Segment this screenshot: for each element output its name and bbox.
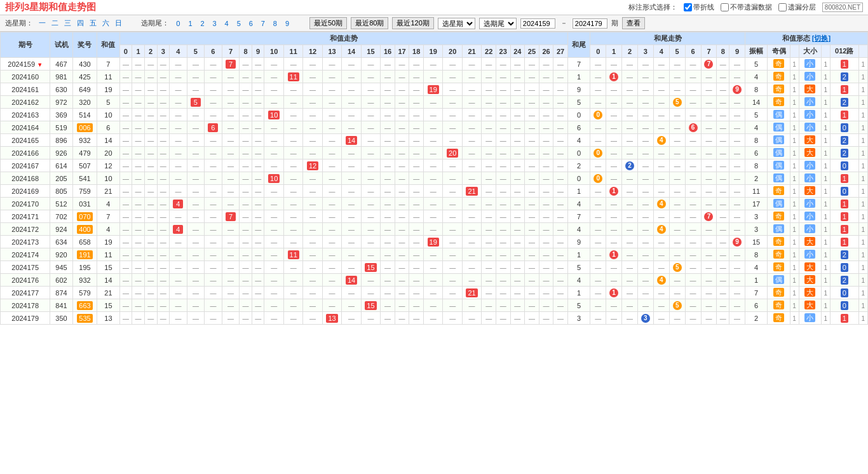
tail-9[interactable]: 9: [282, 19, 292, 28]
hz-trend-5: —: [187, 185, 205, 198]
tail-5[interactable]: 5: [234, 19, 244, 28]
switch-link[interactable]: [切换]: [812, 34, 831, 42]
hz-trend-12: —: [303, 147, 322, 159]
hz-trend-23: —: [496, 223, 510, 236]
hz-trend-5: —: [187, 299, 205, 312]
hz-trend-13: —: [322, 71, 341, 83]
btn-view[interactable]: 查看: [622, 17, 645, 29]
week-wed[interactable]: 三: [62, 18, 73, 29]
hz-0: 0: [119, 45, 132, 58]
select-week[interactable]: 选星期: [438, 18, 475, 29]
cell-daxiao-n: 1: [821, 159, 830, 172]
hz-trend-12: —: [303, 134, 322, 147]
week-fri[interactable]: 五: [88, 18, 98, 29]
hz-trend-6: —: [205, 58, 222, 71]
hz-trend-27: —: [553, 83, 568, 96]
hz-trend-16: —: [381, 134, 395, 147]
hw-trend-5: —: [669, 185, 685, 198]
cell-jioou-n: 1: [790, 83, 799, 96]
checkbox-no-missing[interactable]: 不带遗漏数据: [721, 3, 772, 12]
week-sun[interactable]: 日: [113, 18, 124, 29]
tail-0[interactable]: 0: [173, 19, 183, 28]
hz-trend-14: —: [342, 96, 361, 109]
tail-2[interactable]: 2: [198, 19, 208, 28]
hz-trend-8: —: [240, 71, 252, 83]
cell-qihao: 2024177: [1, 287, 50, 299]
hz-trend-9: —: [252, 134, 264, 147]
tail-3[interactable]: 3: [210, 19, 220, 28]
btn-recent80[interactable]: 最近80期: [351, 17, 388, 29]
hw-trend-6: —: [685, 134, 701, 147]
hw-trend-1: —: [606, 134, 622, 147]
tail-4[interactable]: 4: [222, 19, 232, 28]
week-thu[interactable]: 四: [75, 18, 86, 29]
tail-6[interactable]: 6: [246, 19, 256, 28]
hw-trend-7: —: [701, 223, 717, 236]
cell-qihao: 2024172: [1, 223, 50, 236]
cell-lu-n: 1: [858, 274, 867, 287]
hw-trend-7: —: [701, 312, 717, 325]
hw-trend-3: —: [637, 274, 653, 287]
hz-trend-2: —: [144, 299, 157, 312]
hz-trend-9: —: [252, 159, 264, 172]
hz-trend-26: —: [539, 287, 553, 299]
hz-trend-14: —: [342, 185, 361, 198]
checkbox-missing-layer[interactable]: 遗漏分层: [778, 3, 816, 12]
hz-trend-11: —: [283, 121, 302, 134]
hw-trend-5: —: [669, 248, 685, 261]
hz-trend-19: —: [423, 185, 442, 198]
hz-22: 22: [482, 45, 496, 58]
hz-trend-4: —: [170, 312, 187, 325]
th-hezhi-trend: 和值走势: [119, 32, 567, 45]
period-from-input[interactable]: [520, 18, 555, 29]
hz-trend-6: —: [205, 248, 222, 261]
table-row: 2024164 519 006 6 ——————6———————————————…: [1, 121, 868, 134]
hw-trend-3: —: [637, 121, 653, 134]
cell-jioou-n: 1: [790, 159, 799, 172]
cell-shiji: 805: [50, 185, 72, 198]
hz-trend-0: —: [119, 210, 132, 223]
cell-hezhi: 15: [97, 299, 119, 312]
hz-trend-26: —: [539, 58, 553, 71]
cell-lu-n: 1: [858, 248, 867, 261]
hz-trend-0: —: [119, 159, 132, 172]
hz-trend-20: —: [443, 134, 462, 147]
hz-trend-3: —: [157, 147, 170, 159]
hz-trend-9: —: [252, 58, 264, 71]
hz-trend-3: —: [157, 71, 170, 83]
hz-trend-25: —: [525, 147, 539, 159]
hz-trend-11: —: [283, 198, 302, 210]
tail-7[interactable]: 7: [258, 19, 268, 28]
cell-hezhi: 5: [97, 96, 119, 109]
hw-trend-1: —: [606, 261, 622, 274]
hz-trend-1: —: [132, 198, 145, 210]
period-to-input[interactable]: [573, 18, 607, 29]
tail-8[interactable]: 8: [270, 19, 280, 28]
cell-daxiao-n: 1: [821, 172, 830, 185]
hz-trend-1: —: [132, 83, 145, 96]
tail-1[interactable]: 1: [185, 19, 195, 28]
cell-lu-n: 1: [858, 236, 867, 248]
btn-recent120[interactable]: 最近120期: [392, 17, 433, 29]
hz-trend-24: —: [510, 134, 525, 147]
hz-trend-3: —: [157, 172, 170, 185]
hz-5: 5: [187, 45, 205, 58]
hw-trend-7: —: [701, 248, 717, 261]
cell-shiji: 702: [50, 210, 72, 223]
hz-trend-9: —: [252, 109, 264, 121]
week-tue[interactable]: 二: [50, 18, 60, 29]
cell-jioou-n: 1: [790, 261, 799, 274]
th-hwei-trend: 和尾走势: [590, 32, 745, 45]
cell-jianghao: 663: [72, 299, 97, 312]
hz-trend-20: —: [443, 299, 462, 312]
select-tail[interactable]: 选期尾: [479, 18, 517, 29]
cell-daxiao: 小: [799, 248, 821, 261]
cell-daxiao: 小: [799, 198, 821, 210]
hz-trend-19: —: [423, 210, 442, 223]
hz-trend-4: —: [170, 172, 187, 185]
cell-qihao: 2024176: [1, 274, 50, 287]
week-sat[interactable]: 六: [100, 18, 111, 29]
week-mon[interactable]: 一: [37, 18, 48, 29]
btn-recent50[interactable]: 最近50期: [309, 17, 347, 29]
checkbox-fold-line[interactable]: 带折线: [684, 3, 714, 12]
